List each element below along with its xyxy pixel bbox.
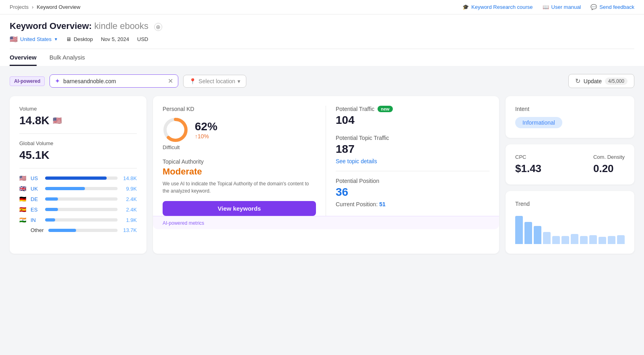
send-feedback-link[interactable]: 💬 Send feedback xyxy=(590,4,634,10)
trend-bar-7 xyxy=(580,236,588,244)
country-row-es: 🇪🇸 ES 2.4K xyxy=(19,206,137,213)
keyword-research-link[interactable]: 🎓 Keyword Research course xyxy=(462,4,533,10)
uk-link[interactable]: UK xyxy=(31,186,42,192)
topical-authority-value: Moderate xyxy=(163,166,316,177)
us-flag-icon: 🇺🇸 xyxy=(19,175,27,181)
donut-wrap xyxy=(163,117,188,143)
keyword-text: kindle ebooks xyxy=(94,21,149,31)
refresh-icon: ↻ xyxy=(575,77,580,85)
volume-value: 14.8K 🇺🇸 xyxy=(19,114,137,127)
country-row-other: Other 13.7K xyxy=(19,227,137,233)
in-bar-bg xyxy=(45,218,118,222)
es-bar-bg xyxy=(45,208,118,211)
volume-label: Volume xyxy=(19,106,137,112)
middle-card-inner: Personal KD 62% ↑10% Dif xyxy=(163,106,489,216)
update-button[interactable]: ↻ Update 4/5,000 xyxy=(568,74,634,88)
trend-bar-2 xyxy=(534,226,541,244)
country-row-uk: 🇬🇧 UK 9.9K xyxy=(19,185,137,192)
potential-traffic-label: Potential Traffic new xyxy=(336,106,489,112)
device-selector: 🖥 Desktop xyxy=(66,36,93,42)
breadcrumb-sep: › xyxy=(32,4,33,10)
uk-bar-fill xyxy=(45,187,85,190)
country-row-de: 🇩🇪 DE 2.4K xyxy=(19,196,137,202)
view-keywords-button[interactable]: View keywords xyxy=(163,201,316,216)
cards-grid: Volume 14.8K 🇺🇸 Global Volume 45.1K 🇺🇸 U… xyxy=(10,96,634,254)
update-count-badge: 4/5,000 xyxy=(605,78,627,85)
topic-traffic-value: 187 xyxy=(336,143,489,156)
es-flag-icon: 🇪🇸 xyxy=(19,206,27,213)
cpc-row: CPC $1.43 Com. Density 0.20 xyxy=(515,154,625,175)
trend-bar-11 xyxy=(617,235,625,244)
location-selector[interactable]: 📍 Select location ▾ xyxy=(183,75,246,88)
current-pos-value: 51 xyxy=(379,201,386,207)
see-topic-details-link[interactable]: See topic details xyxy=(336,158,489,164)
us-link[interactable]: US xyxy=(31,175,42,181)
de-bar-fill xyxy=(45,197,58,201)
title-prefix: Keyword Overview: xyxy=(10,21,92,31)
us-bar-fill xyxy=(45,176,107,180)
trend-bar-9 xyxy=(599,237,606,244)
cpc-item: CPC $1.43 xyxy=(515,154,541,175)
cpc-card: CPC $1.43 Com. Density 0.20 xyxy=(506,144,634,185)
page-title: Keyword Overview: kindle ebooks ⊕ xyxy=(10,21,634,31)
global-divider xyxy=(19,168,137,168)
in-value: 1.9K xyxy=(121,217,137,223)
trend-bar-10 xyxy=(608,236,615,244)
kd-percentage: 62% xyxy=(195,120,217,133)
intent-label: Intent xyxy=(515,106,625,112)
trend-bar-3 xyxy=(543,232,551,244)
trend-bar-0 xyxy=(515,216,523,244)
country-row-us: 🇺🇸 US 14.8K xyxy=(19,175,137,181)
in-bar-fill xyxy=(45,218,55,222)
es-link[interactable]: ES xyxy=(31,207,42,213)
in-flag-icon: 🇮🇳 xyxy=(19,217,27,223)
ai-powered-footer-text: AI-powered metrics xyxy=(163,220,204,226)
other-label: Other xyxy=(31,227,45,233)
topic-traffic-label: Potential Topic Traffic xyxy=(336,135,489,141)
tab-bulk-analysis[interactable]: Bulk Analysis xyxy=(50,49,85,66)
tab-overview[interactable]: Overview xyxy=(10,49,37,66)
clear-search-button[interactable]: ✕ xyxy=(168,77,173,85)
intent-card: Intent Informational xyxy=(506,96,634,138)
kd-value-wrap: 62% ↑10% xyxy=(195,120,217,140)
user-manual-label: User manual xyxy=(551,4,581,10)
us-flag-small: 🇺🇸 xyxy=(53,116,62,125)
country-selector[interactable]: 🇺🇸 United States ▼ xyxy=(10,35,58,43)
main-content: AI-powered ✦ ✕ 📍 Select location ▾ ↻ Upd… xyxy=(0,66,644,262)
in-link[interactable]: IN xyxy=(31,217,42,223)
location-chevron-icon: ▾ xyxy=(237,78,240,84)
kd-change: ↑10% xyxy=(195,133,217,140)
location-pin-icon: 📍 xyxy=(189,78,196,84)
user-manual-link[interactable]: 📖 User manual xyxy=(543,4,581,10)
donut-svg xyxy=(163,117,188,143)
new-badge: new xyxy=(378,106,392,112)
es-bar-fill xyxy=(45,208,58,211)
breadcrumb-current: Keyword Overview xyxy=(37,4,80,10)
de-link[interactable]: DE xyxy=(31,196,42,202)
topical-authority-desc: We use AI to indicate the Topical Author… xyxy=(163,180,316,195)
traffic-section: Potential Traffic new 104 Potential Topi… xyxy=(326,106,489,216)
other-value: 13.7K xyxy=(121,227,137,233)
add-to-list-button[interactable]: ⊕ xyxy=(154,23,162,31)
book-icon: 📖 xyxy=(543,4,549,10)
cpc-value: $1.43 xyxy=(515,162,541,175)
graduation-icon: 🎓 xyxy=(462,4,469,10)
projects-link[interactable]: Projects xyxy=(10,4,29,10)
trend-card: Trend xyxy=(506,191,634,254)
topical-authority-label: Topical Authority xyxy=(163,158,316,165)
device-label: Desktop xyxy=(74,36,93,42)
volume-divider xyxy=(19,133,137,134)
de-flag-icon: 🇩🇪 xyxy=(19,196,27,202)
us-bar-bg xyxy=(45,176,118,180)
breadcrumb: Projects › Keyword Overview xyxy=(10,4,80,10)
date-text: Nov 5, 2024 xyxy=(101,36,129,42)
trend-bar-6 xyxy=(571,234,578,244)
trend-bars-container xyxy=(515,212,625,244)
trend-bar-8 xyxy=(589,235,597,244)
trend-bar-4 xyxy=(552,236,560,244)
ai-powered-badge: AI-powered xyxy=(10,76,45,86)
tabs-container: Overview Bulk Analysis xyxy=(10,49,634,66)
es-value: 2.4K xyxy=(121,207,137,213)
page-meta: 🇺🇸 United States ▼ 🖥 Desktop Nov 5, 2024… xyxy=(10,35,634,49)
domain-search-input[interactable] xyxy=(63,78,165,84)
